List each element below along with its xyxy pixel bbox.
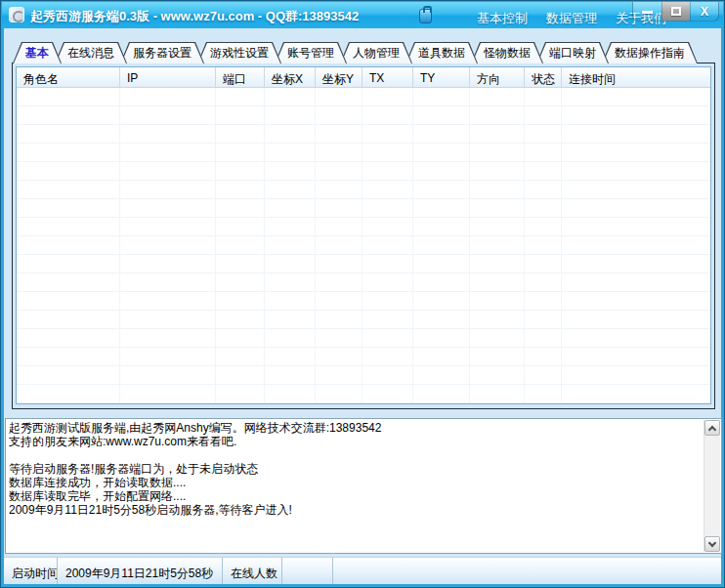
log-line: 数据库读取完毕，开始配置网络.... [9, 489, 702, 503]
tab-6[interactable]: 道具数据 [405, 42, 478, 63]
table-body-column [265, 88, 316, 403]
table-body-column [525, 88, 562, 403]
players-table[interactable]: 角色名IP端口坐标X坐标YTXTY方向状态连接时间 [16, 66, 711, 404]
statusbar-panel-2: 在线人数 [223, 558, 282, 584]
tab-page-basic: 角色名IP端口坐标X坐标YTXTY方向状态连接时间 [12, 63, 715, 409]
tab-label: 道具数据 [418, 45, 465, 62]
window-controls: X [632, 2, 719, 21]
tab-4[interactable]: 账号管理 [275, 42, 347, 63]
column-header-7[interactable]: 方向 [470, 67, 525, 87]
tab-label: 账号管理 [287, 45, 334, 62]
log-lines: 起秀西游测试版服务端,由起秀网Anshy编写。网络技术交流群:13893542支… [9, 421, 702, 551]
tab-1[interactable]: 在线消息 [55, 42, 127, 63]
statusbar-panel-3 [282, 558, 333, 584]
close-button[interactable]: X [690, 2, 718, 21]
maximize-icon [671, 7, 681, 16]
scroll-up-button[interactable] [704, 420, 720, 436]
column-header-2[interactable]: 端口 [216, 67, 265, 87]
column-header-6[interactable]: TY [413, 67, 470, 87]
minimize-button[interactable] [633, 2, 661, 21]
status-bar: 启动时间2009年9月11日21时5分58秒在线人数 [4, 557, 721, 584]
window-title: 起秀西游服务端0.3版 - www.wz7u.com - QQ群:1389354… [30, 8, 359, 25]
table-body-column [470, 88, 525, 403]
bag-icon [419, 9, 432, 23]
column-header-0[interactable]: 角色名 [17, 67, 120, 87]
tab-2[interactable]: 服务器设置 [120, 42, 204, 63]
tab-9[interactable]: 数据操作指南 [602, 42, 698, 63]
app-icon [9, 7, 24, 22]
tab-strip: 基本在线消息服务器设置游戏性设置账号管理人物管理道具数据怪物数据端口映射数据操作… [13, 42, 691, 63]
tab-7[interactable]: 怪物数据 [471, 42, 543, 63]
log-line [9, 448, 702, 462]
tab-label: 怪物数据 [484, 45, 531, 62]
log-line: 起秀西游测试版服务端,由起秀网Anshy编写。网络技术交流群:13893542 [9, 421, 702, 435]
statusbar-spacer [333, 558, 721, 584]
close-icon: X [691, 5, 718, 19]
tab-label: 服务器设置 [133, 45, 192, 62]
tab-label: 基本 [25, 45, 49, 62]
column-header-3[interactable]: 坐标X [265, 67, 316, 87]
column-header-8[interactable]: 状态 [525, 67, 562, 87]
app-window: 起秀西游服务端0.3版 - www.wz7u.com - QQ群:1389354… [0, 0, 725, 588]
tab-label: 游戏性设置 [210, 45, 269, 62]
titlebar[interactable]: 起秀西游服务端0.3版 - www.wz7u.com - QQ群:1389354… [2, 2, 723, 28]
tab-label: 端口映射 [549, 45, 596, 62]
statusbar-panel-1: 2009年9月11日21时5分58秒 [58, 558, 223, 584]
maximize-button[interactable] [661, 2, 690, 21]
menu-item-0[interactable]: 基本控制 [477, 10, 528, 27]
chevron-down-icon [708, 539, 716, 547]
column-header-1[interactable]: IP [120, 67, 216, 87]
tab-label: 数据操作指南 [615, 45, 685, 62]
tab-3[interactable]: 游戏性设置 [197, 42, 281, 63]
tab-label: 人物管理 [353, 45, 400, 62]
log-line: 2009年9月11日21时5分58秒启动服务器,等待客户进入! [9, 503, 702, 517]
log-scrollbar[interactable] [704, 420, 720, 552]
table-body-column [17, 88, 120, 403]
table-body-column [316, 88, 362, 403]
table-body-column [413, 88, 470, 403]
scroll-down-button[interactable] [704, 536, 720, 552]
table-body[interactable] [17, 88, 710, 403]
log-line: 等待启动服务器!服务器端口为，处于未启动状态 [9, 462, 702, 476]
table-body-column [216, 88, 265, 403]
log-line: 支持的朋友来网站:www.wz7u.com来看看吧. [9, 435, 702, 448]
statusbar-panel-0: 启动时间 [4, 558, 58, 584]
log-line: 数据库连接成功，开始读取数据.... [9, 476, 702, 489]
chevron-up-icon [708, 426, 716, 434]
column-header-9[interactable]: 连接时间 [562, 67, 710, 87]
minimize-icon [642, 11, 653, 14]
table-body-column [562, 88, 710, 403]
menu-item-1[interactable]: 数据管理 [546, 10, 597, 27]
table-body-column [362, 88, 413, 403]
tab-label: 在线消息 [67, 45, 114, 62]
tab-8[interactable]: 端口映射 [536, 42, 609, 63]
table-body-column [120, 88, 216, 403]
tab-0[interactable]: 基本 [13, 42, 62, 63]
server-log[interactable]: 起秀西游测试版服务端,由起秀网Anshy编写。网络技术交流群:13893542支… [5, 418, 722, 554]
column-header-4[interactable]: 坐标Y [316, 67, 362, 87]
table-header-row: 角色名IP端口坐标X坐标YTXTY方向状态连接时间 [17, 67, 710, 88]
column-header-5[interactable]: TX [362, 67, 413, 87]
tab-5[interactable]: 人物管理 [340, 42, 412, 63]
